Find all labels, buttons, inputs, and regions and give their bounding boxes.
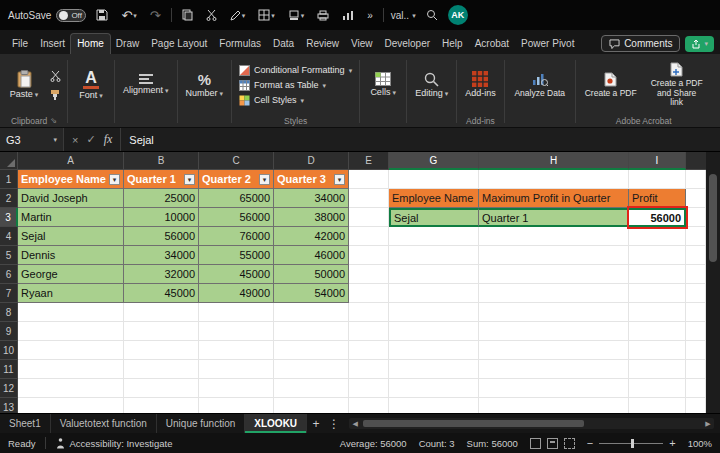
cell-I3[interactable]: 56000 — [629, 208, 686, 227]
cell-A11[interactable] — [18, 360, 124, 379]
cell-H5[interactable] — [479, 246, 629, 265]
cell-B8[interactable] — [124, 303, 199, 322]
page-break-view-button[interactable] — [564, 438, 575, 449]
cut-button[interactable] — [203, 7, 220, 23]
row-header-10[interactable]: 10 — [0, 341, 18, 360]
create-pdf-button[interactable]: Create a PDF — [579, 69, 643, 102]
cell-D9[interactable] — [274, 322, 349, 341]
ribbon-tab-review[interactable]: Review — [300, 34, 345, 54]
analyze-data-button[interactable]: Analyze Data — [508, 69, 572, 102]
cell-C8[interactable] — [199, 303, 274, 322]
column-header-C[interactable]: C — [199, 152, 274, 170]
format-as-table-button[interactable]: Format as Table▾ — [235, 78, 356, 92]
cell-filler-6[interactable] — [686, 265, 706, 284]
row-header-12[interactable]: 12 — [0, 379, 18, 398]
row-header-1[interactable]: 1 — [0, 170, 18, 189]
cell-C3[interactable]: 56000 — [199, 208, 274, 227]
cell-B10[interactable] — [124, 341, 199, 360]
cell-I11[interactable] — [629, 360, 686, 379]
page-layout-view-button[interactable] — [547, 438, 558, 449]
zoom-level[interactable]: 100% — [688, 438, 712, 449]
horizontal-scrollbar[interactable]: ◀ ▶ — [349, 418, 714, 429]
cell-A6[interactable]: George — [18, 265, 124, 284]
scroll-left-icon[interactable]: ◀ — [349, 420, 361, 427]
cell-C7[interactable]: 49000 — [199, 284, 274, 303]
cell-A10[interactable] — [18, 341, 124, 360]
ribbon-tab-view[interactable]: View — [345, 34, 379, 54]
sheet-tab-valuetotext-function[interactable]: Valuetotext function — [51, 414, 157, 433]
save-button[interactable] — [93, 7, 111, 23]
column-header-G[interactable]: G — [389, 152, 479, 170]
cell-B12[interactable] — [124, 379, 199, 398]
scroll-right-icon[interactable]: ▶ — [702, 420, 714, 427]
cell-D13[interactable] — [274, 398, 349, 413]
cell-B9[interactable] — [124, 322, 199, 341]
ribbon-tab-formulas[interactable]: Formulas — [213, 34, 267, 54]
cell-I4[interactable] — [629, 227, 686, 246]
cell-A4[interactable]: Sejal — [18, 227, 124, 246]
cell-D12[interactable] — [274, 379, 349, 398]
cell-filler-4[interactable] — [686, 227, 706, 246]
cell-E8[interactable] — [349, 303, 389, 322]
cell-A9[interactable] — [18, 322, 124, 341]
cell-H11[interactable] — [479, 360, 629, 379]
cell-H2[interactable]: Maximum Profit in Quarter — [479, 189, 629, 208]
cell-D1[interactable]: Quarter 3▾ — [274, 170, 349, 189]
account-avatar[interactable]: AK — [448, 5, 468, 25]
new-sheet-button[interactable]: + — [307, 414, 325, 433]
cell-H6[interactable] — [479, 265, 629, 284]
cell-E7[interactable] — [349, 284, 389, 303]
format-painter-button[interactable] — [46, 87, 64, 103]
cell-C5[interactable]: 55000 — [199, 246, 274, 265]
cell-C11[interactable] — [199, 360, 274, 379]
cell-D11[interactable] — [274, 360, 349, 379]
search-button[interactable] — [423, 7, 441, 23]
cell-G13[interactable] — [389, 398, 479, 413]
cell-filler-11[interactable] — [686, 360, 706, 379]
cell-E6[interactable] — [349, 265, 389, 284]
draw-pen-button[interactable]: ▾ — [227, 8, 249, 23]
cell-B2[interactable]: 25000 — [124, 189, 199, 208]
cell-G7[interactable] — [389, 284, 479, 303]
cell-E3[interactable] — [349, 208, 389, 227]
paste-button[interactable]: Paste▾ — [4, 67, 44, 103]
cell-B4[interactable]: 56000 — [124, 227, 199, 246]
addins-button[interactable]: Add-ins — [460, 68, 501, 102]
zoom-slider[interactable] — [599, 443, 663, 444]
cell-H4[interactable] — [479, 227, 629, 246]
confirm-entry-button[interactable]: ✓ — [86, 133, 95, 146]
vertical-scrollbar-thumb[interactable] — [709, 174, 717, 262]
ribbon-tab-home[interactable]: Home — [71, 34, 110, 54]
cell-B6[interactable]: 32000 — [124, 265, 199, 284]
column-header-A[interactable]: A — [18, 152, 124, 170]
column-header-E[interactable]: E — [349, 152, 389, 170]
ribbon-tab-insert[interactable]: Insert — [34, 34, 71, 54]
cell-G5[interactable] — [389, 246, 479, 265]
name-box[interactable]: G3 ▾ — [0, 128, 64, 151]
cell-A2[interactable]: David Joseph — [18, 189, 124, 208]
row-header-3[interactable]: 3 — [0, 208, 18, 227]
cell-I12[interactable] — [629, 379, 686, 398]
comments-button[interactable]: Comments — [601, 35, 680, 52]
cell-filler-5[interactable] — [686, 246, 706, 265]
copy-button[interactable] — [179, 7, 196, 23]
cell-A3[interactable]: Martin — [18, 208, 124, 227]
cell-G6[interactable] — [389, 265, 479, 284]
cell-B1[interactable]: Quarter 1▾ — [124, 170, 199, 189]
cell-C2[interactable]: 65000 — [199, 189, 274, 208]
cell-E4[interactable] — [349, 227, 389, 246]
cell-I5[interactable] — [629, 246, 686, 265]
row-header-7[interactable]: 7 — [0, 284, 18, 303]
ribbon-tab-power-pivot[interactable]: Power Pivot — [515, 34, 580, 54]
create-pdf-share-button[interactable]: Create a PDF and Share link — [645, 59, 709, 111]
ribbon-tab-data[interactable]: Data — [267, 34, 300, 54]
cell-filler-2[interactable] — [686, 189, 706, 208]
ribbon-tab-help[interactable]: Help — [436, 34, 469, 54]
filter-button[interactable]: ▾ — [259, 174, 270, 185]
editing-menu-button[interactable]: Editing▾ — [410, 69, 453, 102]
row-header-6[interactable]: 6 — [0, 265, 18, 284]
column-header-B[interactable]: B — [124, 152, 199, 170]
row-header-2[interactable]: 2 — [0, 189, 18, 208]
cell-I6[interactable] — [629, 265, 686, 284]
cell-I9[interactable] — [629, 322, 686, 341]
